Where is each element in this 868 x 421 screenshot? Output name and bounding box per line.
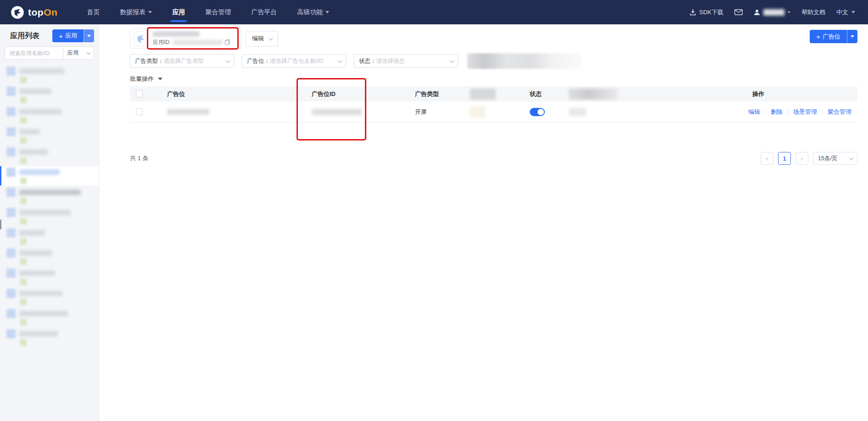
app-name-redacted — [19, 291, 62, 296]
cell-redacted — [569, 108, 586, 116]
platform-icon-redacted — [20, 319, 27, 326]
nav-item-home[interactable]: 首页 — [77, 0, 110, 24]
delete-action-link[interactable]: 删除 — [771, 108, 783, 116]
app-icon-redacted — [6, 127, 16, 136]
caret-down-icon — [87, 35, 91, 37]
mediation-manage-link[interactable]: 聚合管理 — [828, 108, 851, 116]
chevron-down-icon — [86, 50, 91, 55]
topon-logo-icon — [10, 5, 25, 20]
app-name-redacted — [153, 31, 200, 37]
app-name-redacted — [19, 169, 60, 175]
plus-icon: + — [59, 32, 63, 40]
app-name-redacted — [19, 250, 52, 256]
placement-name-redacted — [167, 109, 209, 115]
platform-icon-redacted — [20, 339, 27, 346]
messages-button[interactable] — [734, 9, 743, 15]
app-list-item[interactable] — [0, 207, 99, 226]
caret-down-icon — [148, 11, 152, 13]
app-icon-redacted — [6, 67, 16, 76]
app-name-redacted — [19, 210, 71, 215]
platform-icon-redacted — [20, 258, 27, 265]
app-list-item[interactable] — [0, 308, 99, 327]
col-ad-type: 广告类型 — [406, 90, 461, 98]
help-docs-link[interactable]: 帮助文档 — [801, 8, 825, 17]
app-list-item[interactable] — [0, 126, 99, 145]
placement-filter[interactable]: 广告位： 请选择广告位名称/ID — [242, 54, 346, 68]
app-list-item-selected[interactable] — [0, 166, 99, 185]
app-sidebar: 应用列表 + 应用 应用 — [0, 24, 99, 421]
platform-icon-redacted — [20, 299, 27, 305]
ad-type-filter[interactable]: 广告类型： 请选择广告类型 — [130, 54, 234, 68]
envelope-icon — [734, 9, 743, 15]
app-name-redacted — [19, 270, 55, 276]
language-select[interactable]: 中文 — [836, 8, 855, 17]
app-list-item[interactable] — [0, 267, 99, 286]
app-list — [0, 65, 99, 347]
divider — [788, 109, 788, 115]
add-placement-split-button: + 广告位 — [810, 30, 857, 43]
plus-icon: + — [816, 33, 820, 40]
app-list-item[interactable] — [0, 106, 99, 125]
chevron-down-icon — [226, 58, 230, 63]
prev-page-button[interactable]: ‹ — [761, 152, 773, 165]
app-list-item[interactable] — [0, 65, 99, 84]
app-list-item[interactable] — [0, 287, 99, 307]
app-list-item[interactable] — [0, 247, 99, 266]
add-placement-dropdown-button[interactable] — [847, 30, 857, 43]
platform-icon-redacted — [20, 218, 27, 225]
app-list-item[interactable] — [0, 328, 99, 347]
app-list-item[interactable] — [0, 85, 99, 105]
current-app-card: 应用ID: — [130, 28, 241, 49]
sdk-download-link[interactable]: SDK下载 — [690, 8, 723, 17]
caret-down-icon — [851, 35, 854, 38]
logo-text-on: On — [44, 7, 57, 17]
app-type-select[interactable]: 应用 — [63, 46, 94, 60]
app-id-redacted — [173, 40, 223, 45]
app-search-input[interactable] — [5, 46, 63, 60]
app-name-redacted — [19, 230, 45, 236]
user-menu[interactable] — [754, 9, 790, 16]
app-name-redacted — [19, 129, 39, 135]
col-redacted — [470, 89, 496, 100]
app-list-item[interactable] — [0, 186, 99, 206]
scrollbar-thumb[interactable] — [0, 219, 1, 230]
nav-item-reports[interactable]: 数据报表 — [110, 0, 162, 24]
add-app-button[interactable]: + 应用 — [52, 29, 84, 42]
platform-icon-redacted — [20, 77, 27, 83]
copy-icon[interactable] — [225, 39, 230, 45]
table-row: 开屏 编辑 删除 场景管理 聚合管理 — [130, 101, 857, 123]
ad-type-cell: 开屏 — [406, 108, 461, 116]
app-name-redacted — [19, 149, 48, 155]
app-icon-redacted — [6, 188, 16, 197]
app-name-redacted — [19, 109, 62, 114]
next-page-button[interactable]: › — [795, 152, 808, 165]
caret-down-icon — [325, 11, 329, 13]
topon-logo[interactable]: topOn — [10, 5, 57, 20]
edit-app-button[interactable]: 编辑 — [246, 31, 278, 46]
add-placement-button[interactable]: + 广告位 — [810, 30, 847, 43]
app-list-item[interactable] — [0, 146, 99, 165]
col-placement-id: 广告位ID — [303, 90, 406, 98]
nav-item-advanced[interactable]: 高级功能 — [287, 0, 339, 24]
nav-item-mediation[interactable]: 聚合管理 — [195, 0, 241, 24]
col-redacted — [569, 89, 617, 100]
app-list-item[interactable] — [0, 227, 99, 246]
page-size-select[interactable]: 15条/页 — [813, 152, 857, 165]
total-count: 共 1 条 — [130, 154, 148, 163]
batch-operations-dropdown[interactable]: 批量操作 — [130, 74, 171, 84]
select-all-checkbox[interactable] — [136, 90, 143, 97]
edit-action-link[interactable]: 编辑 — [748, 108, 760, 116]
placement-id-redacted — [312, 109, 362, 115]
scene-manage-link[interactable]: 场景管理 — [793, 108, 817, 116]
row-checkbox[interactable] — [136, 108, 143, 115]
nav-item-apps[interactable]: 应用 — [162, 0, 195, 24]
status-toggle[interactable] — [530, 108, 545, 116]
add-app-dropdown-button[interactable] — [84, 29, 94, 42]
app-icon-redacted — [6, 208, 16, 217]
page-number-button[interactable]: 1 — [778, 152, 791, 165]
nav-item-networks[interactable]: 广告平台 — [241, 0, 287, 24]
app-icon-redacted — [6, 329, 16, 338]
status-filter[interactable]: 状态： 请选择状态 — [354, 54, 458, 68]
username-redacted — [763, 9, 784, 16]
col-actions: 操作 — [744, 90, 857, 98]
